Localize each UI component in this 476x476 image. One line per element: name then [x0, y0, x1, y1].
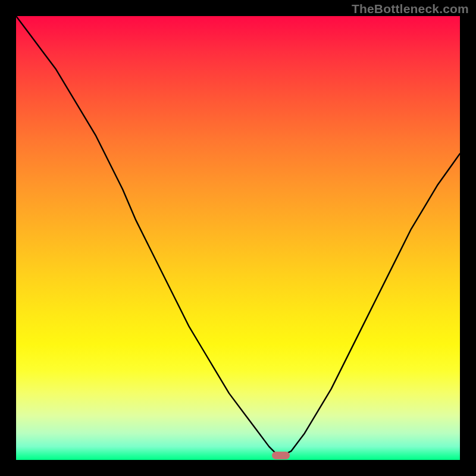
chart-frame: TheBottleneck.com — [0, 0, 476, 476]
bottleneck-curve — [16, 16, 460, 460]
watermark-text: TheBottleneck.com — [352, 2, 469, 16]
plot-area — [16, 16, 460, 460]
optimal-marker — [272, 452, 290, 459]
